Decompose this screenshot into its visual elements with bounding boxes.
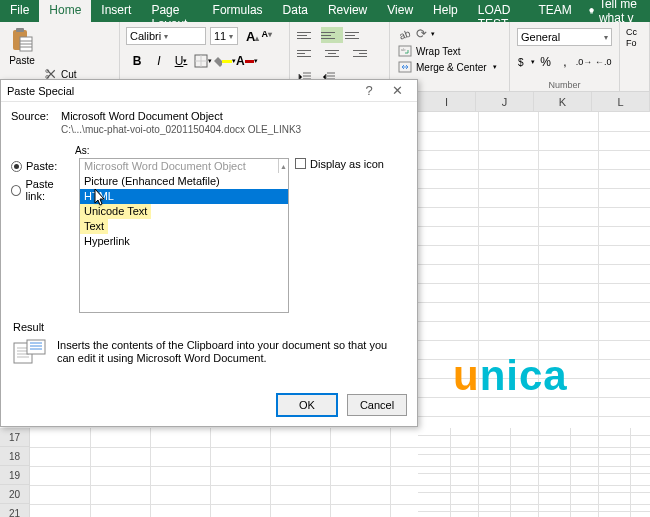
ribbon-tabs: File Home Insert Page Layout Formulas Da… (0, 0, 650, 22)
result-text: Inserts the contents of the Clipboard in… (57, 339, 405, 365)
row-header[interactable]: 20 (0, 485, 30, 504)
cancel-button[interactable]: Cancel (347, 394, 407, 416)
orientation-button[interactable]: ab ⟳▾ (394, 24, 505, 43)
column-header[interactable]: K (534, 92, 592, 112)
number-group-title: Number (510, 80, 619, 90)
borders-icon (194, 54, 208, 68)
chevron-down-icon: ▾ (229, 32, 233, 41)
accounting-button[interactable]: $▾ (517, 51, 535, 73)
list-item[interactable]: Unicode Text (80, 204, 151, 219)
merge-center-button[interactable]: Merge & Center▾ (394, 59, 505, 75)
list-item[interactable]: Microsoft Word Document Object (80, 159, 288, 174)
tab-view[interactable]: View (377, 0, 423, 22)
group-number: General ▾ $▾ % , .0→ ←.0 Number (510, 22, 620, 91)
underline-button[interactable]: U▾ (170, 50, 192, 72)
radio-link-label: Paste link: (25, 178, 73, 202)
cut-label: Cut (61, 69, 77, 80)
paste-label: Paste (9, 55, 35, 66)
cell-grid-bl[interactable] (30, 428, 650, 517)
orientation-icon: ab (398, 27, 412, 41)
tab-insert[interactable]: Insert (91, 0, 141, 22)
align-right-button[interactable] (345, 45, 367, 61)
dialog-titlebar[interactable]: Paste Special ? ✕ (1, 80, 417, 102)
list-item[interactable]: Picture (Enhanced Metafile) (80, 174, 288, 189)
increase-decimal-button[interactable]: .0→ (576, 51, 593, 73)
tab-team[interactable]: TEAM (528, 0, 581, 22)
row-header[interactable]: 19 (0, 466, 30, 485)
column-header[interactable]: I (418, 92, 476, 112)
align-bottom-button[interactable] (345, 27, 367, 43)
align-top-button[interactable] (297, 27, 319, 43)
chevron-down-icon: ▾ (604, 33, 608, 42)
tab-review[interactable]: Review (318, 0, 377, 22)
as-listbox[interactable]: Microsoft Word Document Object Picture (… (79, 158, 289, 313)
group-cells: Cc Fo (620, 22, 650, 91)
bold-button[interactable]: B (126, 50, 148, 72)
increase-font-button[interactable]: A▴ (246, 29, 259, 44)
align-left-button[interactable] (297, 45, 319, 61)
merge-icon (398, 61, 412, 73)
bulb-icon (588, 5, 595, 17)
percent-button[interactable]: % (537, 51, 554, 73)
font-size: 11 (214, 30, 226, 42)
list-item[interactable]: Hyperlink (80, 234, 288, 249)
scrollbar-up[interactable]: ▲ (278, 159, 288, 173)
ribbon-search[interactable]: Tell me what y (582, 0, 650, 22)
row-headers: 17 18 19 20 21 (0, 428, 30, 517)
tab-home[interactable]: Home (39, 0, 91, 22)
unica-logo: unica (453, 352, 568, 400)
decrease-font-button[interactable]: A▾ (261, 29, 272, 44)
font-size-dropdown[interactable]: 11 ▾ (210, 27, 238, 45)
list-item-selected[interactable]: HTML (80, 189, 289, 204)
decrease-decimal-button[interactable]: ←.0 (595, 51, 612, 73)
column-header[interactable]: L (592, 92, 650, 112)
close-button[interactable]: ✕ (383, 83, 411, 98)
tab-file[interactable]: File (0, 0, 39, 22)
source-path: C:\...\muc-phat-voi-oto_0201150404.docx … (61, 124, 407, 135)
borders-button[interactable]: ▾ (192, 50, 214, 72)
display-as-icon-checkbox[interactable] (295, 158, 306, 169)
number-format-dropdown[interactable]: General ▾ (517, 28, 612, 46)
svg-text:ab: ab (398, 27, 412, 41)
column-headers: I J K L (418, 92, 650, 112)
chevron-down-icon: ▾ (164, 32, 168, 41)
wrap-text-button[interactable]: ab Wrap Text (394, 43, 505, 59)
align-middle-button[interactable] (321, 27, 343, 43)
radio-paste-link[interactable]: Paste link: (11, 178, 73, 202)
tab-help[interactable]: Help (423, 0, 468, 22)
italic-button[interactable]: I (148, 50, 170, 72)
comma-button[interactable]: , (556, 51, 573, 73)
tab-page-layout[interactable]: Page Layout (141, 0, 202, 22)
tab-load-test[interactable]: LOAD TEST (468, 0, 529, 22)
as-label: As: (75, 145, 407, 156)
row-header[interactable]: 18 (0, 447, 30, 466)
ok-button[interactable]: OK (277, 394, 337, 416)
font-name-dropdown[interactable]: Calibri ▾ (126, 27, 206, 45)
number-format: General (521, 31, 560, 43)
radio-paste-label: Paste: (26, 160, 57, 172)
result-icon (13, 339, 47, 365)
tab-data[interactable]: Data (273, 0, 318, 22)
svg-text:$: $ (518, 57, 524, 68)
result-label: Result (13, 321, 407, 333)
tab-formulas[interactable]: Formulas (203, 0, 273, 22)
list-item[interactable]: Text (80, 219, 108, 234)
source-value: Microsoft Word Document Object (61, 110, 407, 122)
help-button[interactable]: ? (355, 83, 383, 98)
row-header[interactable]: 21 (0, 504, 30, 517)
clipboard-icon (10, 27, 34, 53)
column-header[interactable]: J (476, 92, 534, 112)
svg-rect-17 (27, 340, 45, 354)
paste-special-dialog: Paste Special ? ✕ Source: Microsoft Word… (0, 79, 418, 427)
font-name: Calibri (130, 30, 161, 42)
radio-paste[interactable]: Paste: (11, 160, 73, 172)
row-header[interactable]: 17 (0, 428, 30, 447)
fill-color-button[interactable]: ▾ (214, 50, 236, 72)
font-color-button[interactable]: A▾ (236, 50, 258, 72)
wrap-label: Wrap Text (416, 46, 461, 57)
align-center-button[interactable] (321, 45, 343, 61)
paste-button[interactable]: Paste (4, 24, 40, 66)
svg-text:ab: ab (401, 47, 406, 52)
source-label: Source: (11, 110, 51, 135)
bucket-icon (214, 55, 222, 67)
